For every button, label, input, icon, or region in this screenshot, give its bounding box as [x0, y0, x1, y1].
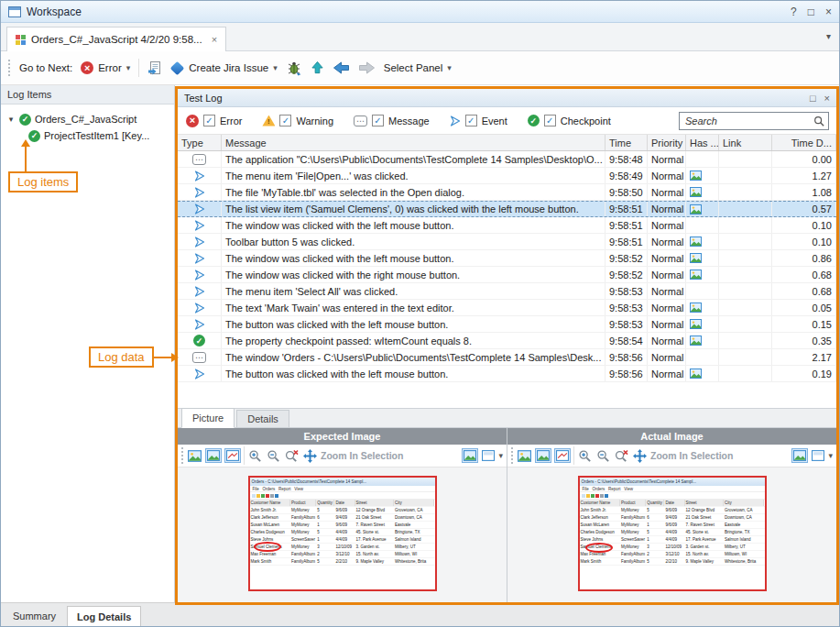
close-panel-icon[interactable]: ×	[824, 93, 830, 104]
column-header-type[interactable]: Type	[178, 135, 222, 150]
save-image-button[interactable]	[187, 448, 202, 464]
expected-thumbnail: Orders - C:\Users\Public\Documents\TestC…	[248, 476, 437, 591]
report-bug-button[interactable]	[286, 60, 302, 76]
event-icon	[194, 187, 205, 198]
save-image-button[interactable]	[517, 448, 532, 464]
column-header-time[interactable]: Time	[605, 135, 648, 150]
log-row[interactable]: Toolbar button 5 was clicked.9:58:51Norm…	[178, 234, 836, 250]
back-button[interactable]	[333, 61, 350, 74]
log-message: The button was clicked with the left mou…	[222, 366, 605, 381]
log-row[interactable]: The button was clicked with the left mou…	[178, 366, 836, 382]
log-row[interactable]: The menu item 'Select All' was clicked.9…	[178, 283, 836, 300]
log-row[interactable]: ⋯The window 'Orders - C:\Users\Public\Do…	[178, 349, 836, 366]
error-checkbox[interactable]: ✓	[203, 115, 215, 126]
log-row[interactable]: ⋯The application "C:\Users\Public\Docume…	[178, 151, 836, 168]
show-comparison-toggle[interactable]	[554, 448, 571, 463]
log-priority: Normal	[648, 217, 686, 233]
filter-message[interactable]: ⋯✓Message	[354, 115, 430, 126]
select-panel-button[interactable]: Select Panel ▾	[384, 62, 452, 73]
tab-summary[interactable]: Summary	[4, 606, 65, 626]
column-header-timed[interactable]: Time D...	[772, 135, 836, 150]
log-link	[719, 349, 772, 365]
log-time-diff: 1.08	[772, 184, 836, 200]
log-row[interactable]: The menu item 'File|Open...' was clicked…	[178, 168, 836, 184]
tab-close-icon[interactable]: ×	[212, 34, 217, 45]
message-icon: ⋯	[354, 116, 367, 126]
compare-view-button[interactable]	[462, 448, 478, 463]
log-has-picture	[686, 349, 719, 365]
tab-details[interactable]: Details	[236, 410, 289, 427]
search-input[interactable]: Search	[679, 112, 829, 130]
log-time: 9:58:50	[605, 184, 648, 200]
toolbar-grip[interactable]	[511, 447, 514, 464]
column-header-msg[interactable]: Message	[222, 135, 605, 150]
log-row[interactable]: The button was clicked with the left mou…	[178, 316, 836, 333]
warning-checkbox[interactable]: ✓	[279, 115, 291, 126]
show-image-toggle[interactable]	[205, 448, 222, 463]
chevron-down-icon[interactable]: ▾	[828, 451, 833, 460]
tab-log-details[interactable]: Log Details	[67, 606, 141, 626]
log-message: The file 'MyTable.tbl' was selected in t…	[222, 184, 605, 200]
expected-image-view[interactable]: Orders - C:\Users\Public\Documents\TestC…	[178, 468, 507, 602]
log-row[interactable]: The text 'Mark Twain' was entered in the…	[178, 300, 836, 316]
zoom-fit-button[interactable]	[302, 447, 318, 465]
chevron-down-icon[interactable]: ▾	[498, 451, 503, 460]
zoom-reset-button[interactable]	[284, 447, 300, 465]
log-row[interactable]: The list view item ('Samuel Clemens', 0)…	[178, 201, 836, 217]
image-options-button[interactable]	[811, 448, 825, 463]
filter-event[interactable]: ✓Event	[450, 115, 507, 126]
tab-overflow-chevron-icon[interactable]: ▾	[826, 31, 831, 41]
log-has-picture	[686, 217, 719, 233]
toolbar-grip[interactable]	[181, 447, 184, 464]
zoom-in-button[interactable]	[247, 447, 263, 465]
log-time: 9:58:53	[605, 283, 648, 299]
show-image-toggle[interactable]	[535, 448, 551, 463]
log-row[interactable]: ✓The property checkpoint passed: wItemCo…	[178, 333, 836, 349]
log-has-picture	[686, 267, 719, 282]
filter-warning[interactable]: !✓Warning	[262, 115, 333, 126]
zoom-in-button[interactable]	[577, 447, 593, 465]
show-comparison-toggle[interactable]	[224, 448, 241, 463]
zoom-fit-button[interactable]	[632, 447, 648, 465]
event-checkbox[interactable]: ✓	[465, 115, 477, 126]
create-jira-issue-button[interactable]: Create Jira Issue ▾	[170, 62, 277, 73]
select-panel-label: Select Panel	[384, 62, 443, 73]
message-checkbox[interactable]: ✓	[372, 115, 384, 126]
log-row[interactable]: The window was clicked with the right mo…	[178, 267, 836, 283]
forward-button[interactable]	[358, 61, 376, 74]
filter-checkpoint[interactable]: ✓✓Checkpoint	[528, 115, 611, 126]
log-time: 9:58:56	[605, 349, 648, 365]
close-button[interactable]: ×	[825, 6, 832, 18]
log-row[interactable]: The file 'MyTable.tbl' was selected in t…	[178, 184, 836, 201]
upload-button[interactable]	[311, 60, 324, 75]
event-icon	[194, 204, 205, 214]
difference-circle	[585, 543, 613, 553]
log-type	[178, 168, 222, 183]
log-header-row: TypeMessageTimePriorityHas ...LinkTime D…	[178, 135, 836, 151]
toolbar-grip[interactable]	[8, 60, 11, 76]
zoom-out-button[interactable]	[595, 447, 611, 465]
copy-log-button[interactable]	[147, 60, 162, 75]
column-header-link[interactable]: Link	[719, 135, 772, 150]
column-header-has[interactable]: Has ...	[686, 135, 719, 150]
image-options-button[interactable]	[481, 448, 496, 463]
log-row[interactable]: The window was clicked with the left mou…	[178, 250, 836, 267]
expander-icon[interactable]: ▾	[6, 115, 16, 124]
maximize-panel-icon[interactable]: □	[810, 93, 816, 104]
log-row[interactable]: The window was clicked with the left mou…	[178, 217, 836, 234]
pin-button[interactable]: □	[808, 6, 814, 18]
tab-orders-log[interactable]: Orders_C#_JavaScript 4/2/20 9:58... ×	[6, 27, 226, 52]
checkpoint-checkbox[interactable]: ✓	[544, 115, 556, 126]
actual-image-view[interactable]: Orders - C:\Users\Public\Documents\TestC…	[507, 468, 836, 602]
zoom-out-button[interactable]	[266, 447, 281, 465]
filter-error[interactable]: ×✓Error	[186, 115, 242, 127]
log-time-diff: 0.10	[772, 234, 836, 249]
zoom-reset-button[interactable]	[614, 447, 629, 465]
tree-item-root[interactable]: ▾ ✓ Orders_C#_JavaScript	[1, 111, 174, 127]
test-log-panel-header[interactable]: Test Log □ ×	[178, 89, 836, 107]
column-header-pri[interactable]: Priority	[648, 135, 686, 150]
help-button[interactable]: ?	[791, 6, 797, 18]
tab-picture[interactable]: Picture	[181, 408, 235, 428]
compare-view-button[interactable]	[791, 448, 808, 463]
goto-next-error-button[interactable]: × Error ▾	[81, 61, 130, 74]
